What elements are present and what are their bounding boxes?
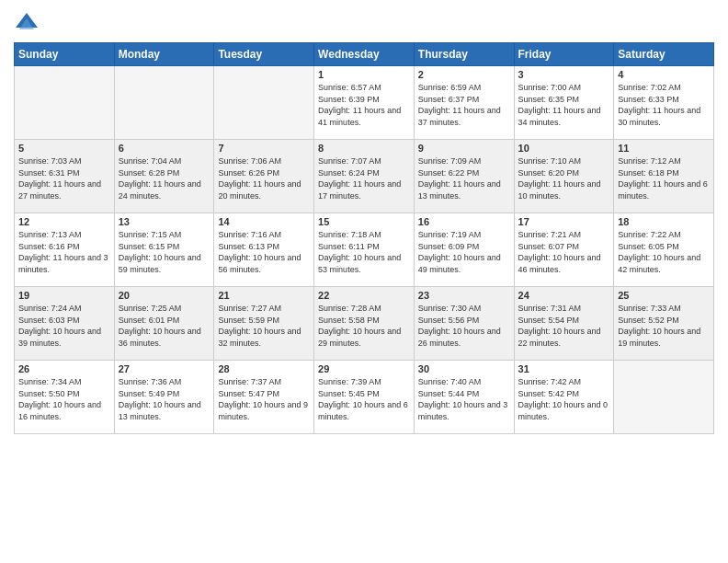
- day-number: 28: [218, 363, 310, 374]
- table-row: 22Sunrise: 7:28 AMSunset: 5:58 PMDayligh…: [314, 287, 415, 361]
- day-number: 12: [18, 216, 110, 227]
- day-info: Sunrise: 7:13 AMSunset: 6:16 PMDaylight:…: [18, 229, 110, 275]
- day-number: 31: [518, 363, 610, 374]
- day-info: Sunrise: 7:31 AMSunset: 5:54 PMDaylight:…: [518, 303, 610, 349]
- day-number: 27: [119, 363, 210, 374]
- calendar-table: Sunday Monday Tuesday Wednesday Thursday…: [14, 42, 714, 434]
- day-number: 18: [618, 216, 710, 227]
- col-saturday: Saturday: [614, 43, 714, 66]
- table-row: 10Sunrise: 7:10 AMSunset: 6:20 PMDayligh…: [514, 140, 614, 213]
- calendar-week-row: 19Sunrise: 7:24 AMSunset: 6:03 PMDayligh…: [15, 287, 714, 361]
- table-row: 2Sunrise: 6:59 AMSunset: 6:37 PMDaylight…: [414, 66, 514, 140]
- calendar-week-row: 26Sunrise: 7:34 AMSunset: 5:50 PMDayligh…: [15, 361, 714, 434]
- table-row: 24Sunrise: 7:31 AMSunset: 5:54 PMDayligh…: [514, 287, 614, 361]
- table-row: 27Sunrise: 7:36 AMSunset: 5:49 PMDayligh…: [114, 361, 214, 434]
- day-info: Sunrise: 7:37 AMSunset: 5:47 PMDaylight:…: [218, 376, 310, 422]
- table-row: 6Sunrise: 7:04 AMSunset: 6:28 PMDaylight…: [114, 140, 214, 213]
- logo-icon: [14, 9, 40, 35]
- day-number: 22: [318, 290, 410, 301]
- table-row: 15Sunrise: 7:18 AMSunset: 6:11 PMDayligh…: [314, 213, 415, 287]
- day-number: 29: [318, 363, 410, 374]
- day-number: 3: [518, 69, 610, 80]
- logo: [14, 9, 43, 35]
- day-number: 13: [119, 216, 210, 227]
- col-sunday: Sunday: [15, 43, 115, 66]
- day-info: Sunrise: 7:27 AMSunset: 5:59 PMDaylight:…: [218, 303, 310, 349]
- table-row: [114, 66, 214, 140]
- day-info: Sunrise: 6:59 AMSunset: 6:37 PMDaylight:…: [418, 82, 510, 128]
- day-info: Sunrise: 7:25 AMSunset: 6:01 PMDaylight:…: [119, 303, 210, 349]
- day-number: 16: [418, 216, 510, 227]
- table-row: [614, 361, 714, 434]
- day-info: Sunrise: 7:24 AMSunset: 6:03 PMDaylight:…: [18, 303, 110, 349]
- table-row: 9Sunrise: 7:09 AMSunset: 6:22 PMDaylight…: [414, 140, 514, 213]
- day-number: 6: [119, 143, 210, 154]
- day-info: Sunrise: 7:42 AMSunset: 5:42 PMDaylight:…: [518, 376, 610, 422]
- table-row: [214, 66, 314, 140]
- table-row: 25Sunrise: 7:33 AMSunset: 5:52 PMDayligh…: [614, 287, 714, 361]
- day-number: 7: [218, 143, 310, 154]
- day-number: 5: [18, 143, 110, 154]
- day-info: Sunrise: 7:16 AMSunset: 6:13 PMDaylight:…: [218, 229, 310, 275]
- day-number: 17: [518, 216, 610, 227]
- day-info: Sunrise: 7:19 AMSunset: 6:09 PMDaylight:…: [418, 229, 510, 275]
- day-info: Sunrise: 7:09 AMSunset: 6:22 PMDaylight:…: [418, 155, 510, 201]
- day-info: Sunrise: 7:10 AMSunset: 6:20 PMDaylight:…: [518, 155, 610, 201]
- page: Sunday Monday Tuesday Wednesday Thursday…: [0, 0, 728, 563]
- col-thursday: Thursday: [414, 43, 514, 66]
- table-row: 29Sunrise: 7:39 AMSunset: 5:45 PMDayligh…: [314, 361, 415, 434]
- table-row: 7Sunrise: 7:06 AMSunset: 6:26 PMDaylight…: [214, 140, 314, 213]
- table-row: 12Sunrise: 7:13 AMSunset: 6:16 PMDayligh…: [15, 213, 115, 287]
- table-row: 17Sunrise: 7:21 AMSunset: 6:07 PMDayligh…: [514, 213, 614, 287]
- day-info: Sunrise: 7:06 AMSunset: 6:26 PMDaylight:…: [218, 155, 310, 201]
- day-number: 30: [418, 363, 510, 374]
- table-row: 26Sunrise: 7:34 AMSunset: 5:50 PMDayligh…: [15, 361, 115, 434]
- day-info: Sunrise: 7:33 AMSunset: 5:52 PMDaylight:…: [618, 303, 710, 349]
- col-friday: Friday: [514, 43, 614, 66]
- day-info: Sunrise: 7:07 AMSunset: 6:24 PMDaylight:…: [318, 155, 410, 201]
- calendar-body: 1Sunrise: 6:57 AMSunset: 6:39 PMDaylight…: [15, 66, 714, 434]
- table-row: 14Sunrise: 7:16 AMSunset: 6:13 PMDayligh…: [214, 213, 314, 287]
- table-row: [15, 66, 115, 140]
- day-info: Sunrise: 7:28 AMSunset: 5:58 PMDaylight:…: [318, 303, 410, 349]
- col-tuesday: Tuesday: [214, 43, 314, 66]
- day-number: 15: [318, 216, 410, 227]
- header: [14, 9, 714, 35]
- table-row: 16Sunrise: 7:19 AMSunset: 6:09 PMDayligh…: [414, 213, 514, 287]
- table-row: 13Sunrise: 7:15 AMSunset: 6:15 PMDayligh…: [114, 213, 214, 287]
- day-info: Sunrise: 7:18 AMSunset: 6:11 PMDaylight:…: [318, 229, 410, 275]
- day-info: Sunrise: 7:40 AMSunset: 5:44 PMDaylight:…: [418, 376, 510, 422]
- table-row: 3Sunrise: 7:00 AMSunset: 6:35 PMDaylight…: [514, 66, 614, 140]
- day-number: 23: [418, 290, 510, 301]
- col-wednesday: Wednesday: [314, 43, 415, 66]
- table-row: 20Sunrise: 7:25 AMSunset: 6:01 PMDayligh…: [114, 287, 214, 361]
- table-row: 8Sunrise: 7:07 AMSunset: 6:24 PMDaylight…: [314, 140, 415, 213]
- table-row: 5Sunrise: 7:03 AMSunset: 6:31 PMDaylight…: [15, 140, 115, 213]
- day-number: 2: [418, 69, 510, 80]
- day-info: Sunrise: 7:03 AMSunset: 6:31 PMDaylight:…: [18, 155, 110, 201]
- table-row: 18Sunrise: 7:22 AMSunset: 6:05 PMDayligh…: [614, 213, 714, 287]
- header-row: Sunday Monday Tuesday Wednesday Thursday…: [15, 43, 714, 66]
- day-info: Sunrise: 7:02 AMSunset: 6:33 PMDaylight:…: [618, 82, 710, 128]
- day-info: Sunrise: 7:12 AMSunset: 6:18 PMDaylight:…: [618, 155, 710, 201]
- day-number: 21: [218, 290, 310, 301]
- day-number: 20: [119, 290, 210, 301]
- day-number: 25: [618, 290, 710, 301]
- calendar-week-row: 12Sunrise: 7:13 AMSunset: 6:16 PMDayligh…: [15, 213, 714, 287]
- day-info: Sunrise: 7:00 AMSunset: 6:35 PMDaylight:…: [518, 82, 610, 128]
- table-row: 23Sunrise: 7:30 AMSunset: 5:56 PMDayligh…: [414, 287, 514, 361]
- day-info: Sunrise: 7:39 AMSunset: 5:45 PMDaylight:…: [318, 376, 410, 422]
- table-row: 4Sunrise: 7:02 AMSunset: 6:33 PMDaylight…: [614, 66, 714, 140]
- day-number: 11: [618, 143, 710, 154]
- day-number: 10: [518, 143, 610, 154]
- table-row: 30Sunrise: 7:40 AMSunset: 5:44 PMDayligh…: [414, 361, 514, 434]
- day-number: 4: [618, 69, 710, 80]
- calendar-header: Sunday Monday Tuesday Wednesday Thursday…: [15, 43, 714, 66]
- table-row: 28Sunrise: 7:37 AMSunset: 5:47 PMDayligh…: [214, 361, 314, 434]
- col-monday: Monday: [114, 43, 214, 66]
- day-number: 24: [518, 290, 610, 301]
- day-info: Sunrise: 7:21 AMSunset: 6:07 PMDaylight:…: [518, 229, 610, 275]
- table-row: 21Sunrise: 7:27 AMSunset: 5:59 PMDayligh…: [214, 287, 314, 361]
- day-info: Sunrise: 7:22 AMSunset: 6:05 PMDaylight:…: [618, 229, 710, 275]
- day-number: 9: [418, 143, 510, 154]
